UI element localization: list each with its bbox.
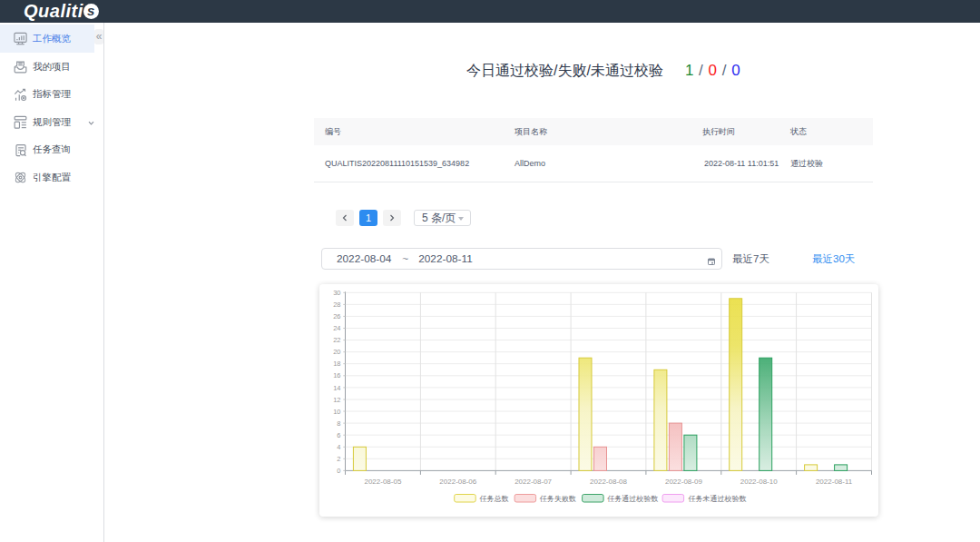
svg-text:4: 4 [337,443,340,451]
svg-text:8: 8 [337,419,340,428]
svg-text:22: 22 [333,336,340,344]
svg-text:2022-08-09: 2022-08-09 [665,478,702,486]
svg-text:0: 0 [337,467,340,475]
svg-text:24: 24 [333,324,340,332]
svg-text:18: 18 [333,360,340,368]
svg-text:2022-08-11: 2022-08-11 [816,478,853,486]
svg-text:2022-08-07: 2022-08-07 [514,478,552,486]
svg-text:2022-08-05: 2022-08-05 [364,478,401,486]
svg-text:28: 28 [333,301,340,309]
svg-text:16: 16 [333,371,340,379]
svg-text:任务未通过校验数: 任务未通过校验数 [688,494,747,503]
svg-text:26: 26 [333,312,340,320]
svg-text:30: 30 [333,289,340,297]
svg-text:任务失败数: 任务失败数 [539,495,576,503]
svg-text:2022-08-08: 2022-08-08 [590,478,627,486]
svg-text:12: 12 [333,396,340,404]
svg-text:2022-08-10: 2022-08-10 [740,478,778,486]
svg-text:2: 2 [337,455,340,463]
svg-text:6: 6 [337,431,340,439]
svg-text:10: 10 [333,408,340,416]
svg-text:2022-08-06: 2022-08-06 [439,478,476,486]
svg-text:14: 14 [333,384,340,392]
svg-text:20: 20 [333,348,340,356]
svg-text:任务通过校验数: 任务通过校验数 [606,494,658,503]
svg-text:任务总数: 任务总数 [479,495,509,503]
